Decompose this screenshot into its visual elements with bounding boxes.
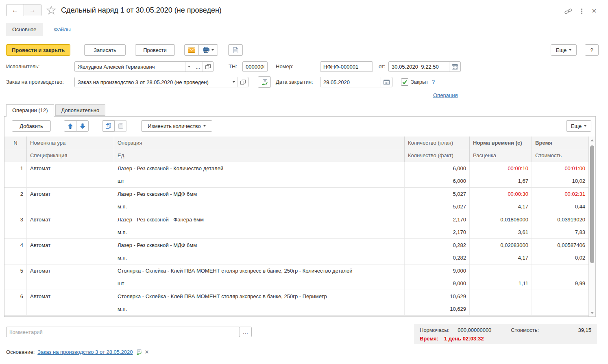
cell-cost[interactable] <box>532 303 588 315</box>
favorite-star-icon[interactable] <box>46 6 56 15</box>
cell-time[interactable] <box>532 264 588 277</box>
executor-dropdown-button[interactable] <box>185 62 193 72</box>
cell-specification[interactable] <box>27 175 114 187</box>
cell-qty-fact[interactable]: 2,170 <box>405 226 470 238</box>
cell-n[interactable]: 1 <box>4 162 27 175</box>
cell-cost[interactable]: 0,02 <box>532 251 588 264</box>
cell-specification[interactable] <box>27 226 114 238</box>
cell-cost[interactable]: 9,99 <box>532 277 588 290</box>
cell-nomenclature[interactable]: Автомат <box>27 239 114 251</box>
cell-operation[interactable]: Лазер - Рез сквозной - МДФ 6мм <box>114 239 405 251</box>
cell-n[interactable]: 2 <box>4 188 27 200</box>
cell-time[interactable]: 0,00587406 <box>532 239 588 251</box>
move-row-down-button[interactable] <box>76 120 89 132</box>
order-open-button[interactable] <box>238 77 248 87</box>
executor-input[interactable] <box>75 62 185 72</box>
tab-additional[interactable]: Дополнительно <box>55 104 106 116</box>
cell-unit[interactable]: м.п. <box>114 303 405 315</box>
cell-norm-time[interactable] <box>470 264 532 277</box>
cell-time[interactable]: 00:02:31 <box>532 188 588 200</box>
cell-specification[interactable] <box>27 200 114 213</box>
cell-unit[interactable]: шт <box>114 277 405 290</box>
cell-operation[interactable]: Лазер - Рез сквозной - Количество детале… <box>114 162 405 175</box>
cell-unit[interactable]: м.п. <box>114 226 405 238</box>
cell-qty-plan[interactable]: 5,027 <box>405 188 470 200</box>
window-menu-icon[interactable] <box>581 9 582 14</box>
cell-norm-time[interactable]: 00:00:10 <box>470 162 532 175</box>
change-quantity-button[interactable]: Изменить количество <box>141 120 212 132</box>
cell-n[interactable]: 5 <box>4 264 27 277</box>
cell-unit[interactable]: м.п. <box>114 251 405 264</box>
number-input[interactable] <box>320 61 373 72</box>
send-email-button[interactable] <box>184 44 199 56</box>
tab-files[interactable]: Файлы <box>54 26 71 32</box>
cell-specification[interactable] <box>27 251 114 264</box>
cell-cost[interactable]: 7,83 <box>532 226 588 238</box>
cell-rate[interactable] <box>470 303 532 315</box>
date-calendar-button[interactable] <box>449 62 460 72</box>
cell-nomenclature[interactable]: Автомат <box>27 188 114 200</box>
cell-operation[interactable]: Столярка - Склейка - Клей ПВА МОМЕНТ сто… <box>114 290 405 303</box>
cell-unit[interactable]: шт <box>114 175 405 187</box>
operation-link[interactable]: Операция <box>433 92 458 98</box>
move-row-up-button[interactable] <box>64 120 76 132</box>
close-icon[interactable]: ✕ <box>591 7 597 15</box>
cell-qty-plan[interactable]: 0,282 <box>405 239 470 251</box>
paste-rows-button[interactable] <box>114 120 127 132</box>
cell-time[interactable]: 0,03919020 <box>532 213 588 226</box>
cell-unit[interactable]: м.п. <box>114 200 405 213</box>
print-button[interactable] <box>198 44 218 56</box>
scroll-down-button[interactable] <box>589 310 595 316</box>
executor-choose-button[interactable]: ... <box>193 62 203 72</box>
cell-rate[interactable]: 1,11 <box>470 277 532 290</box>
help-button[interactable]: ? <box>585 44 599 56</box>
cell-qty-plan[interactable]: 9,000 <box>405 264 470 277</box>
comment-input[interactable] <box>6 327 240 337</box>
back-button[interactable]: ← <box>7 4 24 16</box>
cell-cost[interactable]: 10,02 <box>532 175 588 187</box>
cell-qty-fact[interactable]: 9,000 <box>405 277 470 290</box>
cell-rate[interactable]: 4,17 <box>470 251 532 264</box>
cell-nomenclature[interactable]: Автомат <box>27 264 114 277</box>
cell-qty-plan[interactable]: 10,629 <box>405 290 470 303</box>
cell-time[interactable]: 00:01:00 <box>532 162 588 175</box>
cell-n[interactable]: 6 <box>4 290 27 303</box>
tab-main[interactable]: Основное <box>6 23 43 36</box>
forward-button[interactable]: → <box>24 4 41 16</box>
cell-norm-time[interactable]: 00:00:30 <box>470 188 532 200</box>
cell-rate[interactable]: 4,17 <box>470 200 532 213</box>
closed-checkbox[interactable] <box>401 78 408 86</box>
refill-from-order-button[interactable] <box>258 76 271 88</box>
cell-norm-time[interactable]: 0,02083000 <box>470 239 532 251</box>
closed-help-link[interactable]: ? <box>432 79 435 85</box>
report-button[interactable] <box>228 44 243 56</box>
cell-qty-fact[interactable]: 6,000 <box>405 175 470 187</box>
closing-date-input[interactable] <box>320 77 381 87</box>
cell-rate[interactable]: 1,67 <box>470 175 532 187</box>
table-more-button[interactable]: Еще <box>566 120 591 132</box>
scrollbar-thumb[interactable] <box>590 145 594 263</box>
cell-qty-fact[interactable]: 5,027 <box>405 200 470 213</box>
cell-operation[interactable]: Столярка - Склейка - Клей ПВА МОМЕНТ сто… <box>114 264 405 277</box>
cell-norm-time[interactable] <box>470 290 532 303</box>
cell-time[interactable] <box>532 290 588 303</box>
cell-operation[interactable]: Лазер - Рез сквозной - Фанера 6мм <box>114 213 405 226</box>
scroll-up-button[interactable] <box>589 137 595 143</box>
cell-cost[interactable]: 0,44 <box>532 200 588 213</box>
cell-norm-time[interactable]: 0,01806000 <box>470 213 532 226</box>
post-button[interactable]: Провести <box>135 44 175 56</box>
tn-input[interactable] <box>242 61 268 72</box>
add-row-button[interactable]: Добавить <box>12 120 51 132</box>
cell-nomenclature[interactable]: Автомат <box>27 162 114 175</box>
copy-rows-button[interactable] <box>102 120 115 132</box>
cell-nomenclature[interactable]: Автомат <box>27 290 114 303</box>
table-scrollbar[interactable] <box>588 136 595 316</box>
executor-open-button[interactable] <box>203 62 213 72</box>
cell-specification[interactable] <box>27 277 114 290</box>
write-button[interactable]: Записать <box>84 44 126 56</box>
get-link-icon[interactable] <box>564 8 572 15</box>
basis-document-icon[interactable] <box>136 349 142 355</box>
basis-link[interactable]: Заказ на производство 3 от 28.05.2020 <box>37 349 133 355</box>
cell-n[interactable]: 3 <box>4 213 27 226</box>
comment-expand-button[interactable]: ... <box>240 327 252 337</box>
